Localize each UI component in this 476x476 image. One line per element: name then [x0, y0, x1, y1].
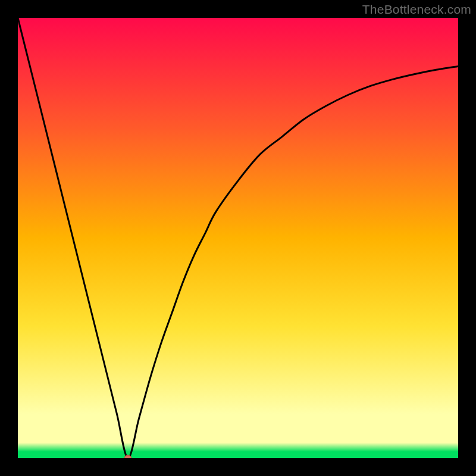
- gradient-background: [18, 18, 458, 458]
- watermark-label: TheBottleneck.com: [362, 2, 471, 17]
- chart-svg: [18, 18, 458, 458]
- chart-frame: TheBottleneck.com: [0, 0, 476, 476]
- plot-area: [18, 18, 458, 458]
